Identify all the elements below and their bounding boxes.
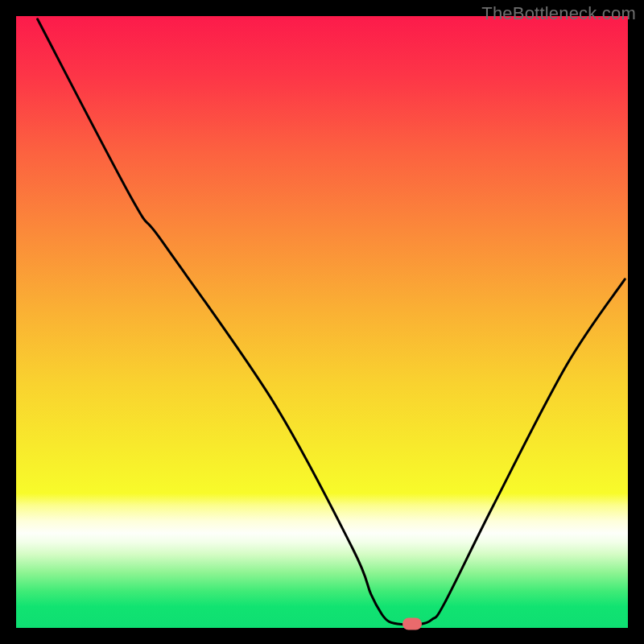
chart-frame: TheBottleneck.com — [0, 0, 644, 644]
watermark-text: TheBottleneck.com — [481, 3, 636, 24]
curve-layer — [16, 16, 628, 628]
optimal-marker — [402, 618, 422, 630]
bottleneck-curve — [38, 19, 625, 625]
plot-area — [16, 16, 628, 628]
